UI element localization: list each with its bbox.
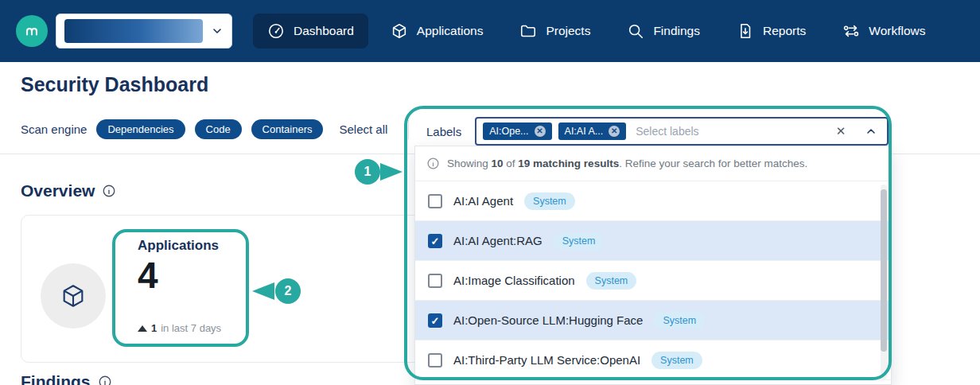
dropdown-caret-up-icon[interactable]: [865, 125, 877, 138]
workflows-swap-icon: [842, 22, 860, 40]
scrollbar-thumb[interactable]: [881, 189, 887, 352]
system-badge: System: [524, 192, 575, 210]
option-label: AI:AI Agent: [453, 194, 513, 208]
security-dashboard-page: Dashboard Applications P: [0, 0, 980, 385]
nav-item-findings[interactable]: Findings: [612, 14, 714, 49]
annotation-number-2: 2: [275, 278, 301, 304]
labels-multiselect-input[interactable]: AI:Ope... ✕ AI:AI A... ✕ Select labels ✕: [475, 117, 889, 146]
engine-pill-containers[interactable]: Containers: [251, 119, 324, 139]
info-icon: [426, 157, 440, 170]
option-label: AI:Image Classification: [453, 274, 575, 287]
findings-heading: Findings: [21, 372, 112, 385]
reports-document-icon: [737, 22, 754, 40]
system-badge: System: [586, 272, 637, 290]
checkbox[interactable]: [428, 234, 442, 248]
applications-icon-circle: [41, 263, 106, 329]
stat-card-delta: 1 in last 7 days: [138, 322, 221, 334]
annotation-arrow-2-icon: [252, 282, 274, 300]
labels-dropdown-panel: Showing 10 of 19 matching results. Refin…: [414, 146, 892, 385]
main-nav-menu: Dashboard Applications P: [253, 14, 939, 49]
delta-value: 1: [151, 322, 157, 334]
nav-item-dashboard[interactable]: Dashboard: [253, 14, 368, 49]
checkbox[interactable]: [428, 274, 442, 288]
organization-selector[interactable]: [56, 14, 232, 49]
checkbox[interactable]: [428, 194, 442, 208]
dashboard-gauge-icon: [267, 22, 285, 40]
checkbox[interactable]: [428, 353, 442, 368]
label-option-row[interactable]: AI:AI Agent System: [415, 181, 891, 221]
mend-logo-icon[interactable]: [16, 15, 48, 47]
label-option-row[interactable]: AI:Image Classification System: [415, 261, 891, 301]
info-icon[interactable]: [102, 184, 116, 198]
option-label: AI:Open-Source LLM:Hugging Face: [453, 313, 643, 327]
engine-pill-code[interactable]: Code: [195, 119, 242, 139]
results-info-row: Showing 10 of 19 matching results. Refin…: [415, 146, 891, 181]
top-navigation-bar: Dashboard Applications P: [0, 0, 980, 62]
labels-input-placeholder: Select labels: [636, 125, 698, 138]
delta-text: in last 7 days: [161, 322, 221, 334]
chip-remove-icon[interactable]: ✕: [535, 126, 546, 137]
checkbox[interactable]: [428, 313, 442, 328]
select-all-link[interactable]: Select all: [339, 122, 387, 136]
engine-pill-dependencies[interactable]: Dependencies: [96, 119, 185, 139]
delta-up-icon: [138, 325, 147, 332]
findings-search-icon: [627, 22, 644, 40]
nav-label: Projects: [546, 24, 590, 38]
applications-cube-icon: [391, 22, 408, 40]
nav-label: Reports: [763, 24, 806, 38]
nav-item-applications[interactable]: Applications: [376, 14, 498, 49]
nav-item-projects[interactable]: Projects: [505, 14, 605, 49]
label-option-row[interactable]: AI:Open-Source LLM:Hugging Face System: [415, 301, 891, 340]
dropdown-scrollbar[interactable]: [881, 185, 887, 379]
stat-card-title: Applications: [138, 238, 219, 254]
annotation-number-1: 1: [355, 159, 380, 185]
nav-item-reports[interactable]: Reports: [722, 14, 820, 49]
overview-title: Overview: [21, 181, 95, 200]
selected-label-chip[interactable]: AI:AI A... ✕: [558, 122, 627, 140]
system-badge: System: [651, 352, 702, 369]
label-option-row[interactable]: AI:Third-Party LLM Service:OpenAI System: [415, 340, 891, 380]
chip-text: AI:Ope...: [489, 126, 528, 137]
nav-label: Dashboard: [294, 24, 354, 38]
labels-label: Labels: [426, 125, 461, 138]
organization-name-redacted: [64, 19, 203, 43]
nav-label: Workflows: [869, 24, 925, 38]
system-badge: System: [654, 312, 705, 329]
annotation-arrow-1-icon: [380, 163, 402, 181]
labels-filter-group: Labels AI:Ope... ✕ AI:AI A... ✕ Select l…: [426, 117, 889, 146]
projects-folder-icon: [519, 22, 537, 40]
system-badge: System: [554, 232, 605, 250]
page-title: Security Dashboard: [21, 73, 208, 96]
selected-label-chip[interactable]: AI:Ope... ✕: [483, 122, 551, 140]
scan-engine-row: Scan engine Dependencies Code Containers…: [21, 119, 409, 139]
applications-cube-icon: [60, 282, 87, 309]
nav-label: Applications: [417, 24, 484, 38]
nav-item-workflows[interactable]: Workflows: [828, 14, 939, 49]
overview-heading: Overview: [21, 181, 116, 200]
vertical-divider: [408, 120, 409, 139]
applications-stat-card[interactable]: Applications 4 1 in last 7 days: [21, 215, 468, 363]
label-option-row[interactable]: AI:AI Agent:RAG System: [415, 221, 891, 261]
chip-remove-icon[interactable]: ✕: [609, 126, 620, 137]
nav-label: Findings: [653, 24, 700, 38]
info-icon[interactable]: [98, 375, 112, 385]
stat-card-value: 4: [138, 257, 158, 294]
clear-selection-icon[interactable]: ✕: [836, 124, 846, 138]
chip-text: AI:AI A...: [565, 126, 604, 137]
option-label: AI:AI Agent:RAG: [453, 234, 542, 247]
chevron-down-icon[interactable]: [211, 25, 224, 37]
findings-title: Findings: [21, 372, 91, 385]
option-label: AI:Third-Party LLM Service:OpenAI: [453, 353, 640, 367]
results-info-text: Showing 10 of 19 matching results. Refin…: [447, 158, 807, 169]
scan-engine-label: Scan engine: [21, 122, 87, 136]
